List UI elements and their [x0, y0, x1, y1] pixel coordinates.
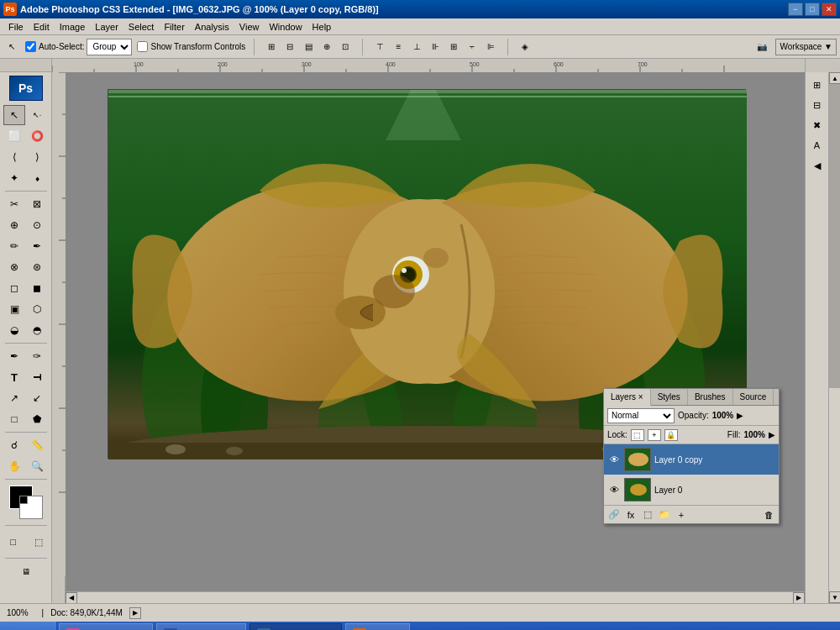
paint-bucket-btn[interactable]: ⬡ [26, 299, 48, 319]
workspace-button[interactable]: Workspace ▼ [775, 39, 837, 55]
pattern-btn[interactable]: ⊛ [26, 257, 48, 277]
zoom-btn[interactable]: 🔍 [26, 456, 48, 476]
auto-select-input[interactable] [25, 41, 36, 52]
vert-type-btn[interactable]: T [26, 367, 48, 387]
menu-edit[interactable]: Edit [29, 21, 55, 33]
layer-row-copy[interactable]: 👁 Layer 0 copy [604, 444, 779, 475]
tab-styles[interactable]: Styles [651, 389, 688, 405]
right-tool-1[interactable]: ⊞ [808, 76, 827, 94]
lock-pixels-btn[interactable]: ⬚ [631, 429, 644, 441]
add-mask-btn[interactable]: ⬚ [641, 508, 654, 522]
bg-eraser-btn[interactable]: ◼ [26, 278, 48, 298]
ruler-meas-btn[interactable]: 📏 [26, 435, 48, 455]
align-top-icon[interactable]: ⊤ [371, 39, 388, 55]
pen-btn[interactable]: ✒ [3, 346, 25, 366]
magic-wand-btn[interactable]: ✦ [3, 168, 25, 188]
right-tool-3[interactable]: ✖ [808, 116, 827, 134]
swap-colors-btn[interactable]: ↔ [19, 496, 28, 504]
layer-visibility-eye-copy[interactable]: 👁 [607, 453, 621, 466]
quick-mask-btn[interactable]: ⬚ [27, 530, 50, 554]
h-scroll-left-btn[interactable]: ◀ [66, 592, 77, 604]
h-scroll-right-btn[interactable]: ▶ [793, 592, 805, 604]
transform-icon-1[interactable]: ⊞ [263, 39, 280, 55]
right-tool-2[interactable]: ⊟ [808, 96, 827, 114]
status-scroll-btn[interactable]: ▶ [129, 607, 141, 619]
right-tool-5[interactable]: ◀ [808, 156, 827, 175]
hand-btn[interactable]: ✋ [3, 456, 25, 476]
custom-shape-btn[interactable]: ⬟ [26, 409, 48, 429]
eraser-btn[interactable]: ◻ [3, 278, 25, 298]
show-transform-input[interactable] [137, 41, 148, 52]
distribute-icon-2[interactable]: ⊞ [445, 39, 462, 55]
menu-file[interactable]: File [3, 21, 29, 33]
layer-row-0[interactable]: 👁 Layer 0 [604, 475, 779, 505]
delete-layer-btn[interactable]: 🗑 [762, 508, 775, 522]
blur-btn[interactable]: ◒ [3, 320, 25, 340]
new-group-btn[interactable]: 📁 [658, 508, 671, 522]
blend-mode-select[interactable]: Normal Multiply Screen [607, 408, 675, 423]
artboard-tool-btn[interactable]: ↖· [26, 105, 48, 125]
layer-visibility-eye-0[interactable]: 👁 [607, 483, 621, 496]
h-scroll-track[interactable] [77, 597, 793, 598]
lasso-btn[interactable]: ⟨ [3, 147, 25, 167]
add-style-btn[interactable]: fx [624, 508, 638, 522]
distribute-icon-1[interactable]: ⊪ [427, 39, 444, 55]
extra-icon[interactable]: ◈ [517, 39, 533, 55]
minimize-button[interactable]: − [788, 3, 803, 16]
freeform-pen-btn[interactable]: ✑ [26, 346, 48, 366]
slice-btn[interactable]: ⊠ [26, 194, 48, 214]
menu-filter[interactable]: Filter [159, 21, 189, 33]
menu-analysis[interactable]: Analysis [190, 21, 234, 33]
eyedropper-btn[interactable]: ☌ [3, 435, 25, 455]
tab-source[interactable]: Source [733, 389, 774, 405]
maximize-button[interactable]: □ [805, 3, 820, 16]
brush-btn[interactable]: ✏ [3, 236, 25, 256]
crop-btn[interactable]: ✂ [3, 194, 25, 214]
distribute-icon-4[interactable]: ⊫ [482, 39, 499, 55]
right-tool-4[interactable]: A [808, 136, 827, 155]
rect-shape-btn[interactable]: □ [3, 409, 25, 429]
taskbar-item-skype[interactable]: 🐱 КОШКА | Skyp... [59, 623, 153, 630]
lock-all-btn[interactable]: 🔒 [664, 429, 678, 441]
auto-select-dropdown[interactable]: Group Layer [87, 39, 132, 55]
transform-icon-2[interactable]: ⊟ [281, 39, 298, 55]
v-scroll-up-btn[interactable]: ▲ [829, 72, 840, 84]
start-button[interactable]: ⊞ пуск [0, 622, 57, 630]
fill-arrow[interactable]: ▶ [769, 430, 775, 439]
menu-window[interactable]: Window [264, 21, 307, 33]
v-scroll-track[interactable] [829, 84, 840, 591]
menu-help[interactable]: Help [307, 21, 337, 33]
menu-layer[interactable]: Layer [90, 21, 123, 33]
rect-marquee-btn[interactable]: ⬜ [3, 126, 25, 146]
v-scroll-down-btn[interactable]: ▼ [829, 591, 840, 603]
close-button[interactable]: ✕ [822, 3, 837, 16]
tab-brushes[interactable]: Brushes [688, 389, 733, 405]
dodge-btn[interactable]: ◓ [26, 320, 48, 340]
menu-image[interactable]: Image [55, 21, 91, 33]
path-select-btn[interactable]: ↗ [3, 388, 25, 408]
distribute-icon-3[interactable]: ⫟ [464, 39, 480, 55]
taskbar-item-photoshop[interactable]: Ps Adobe Photos... [249, 623, 341, 630]
menu-view[interactable]: View [234, 21, 265, 33]
taskbar-item-firefox[interactable]: 🦊 4 Firefox [345, 623, 410, 630]
pencil-btn[interactable]: ✒ [26, 236, 48, 256]
new-layer-btn[interactable]: + [675, 508, 688, 522]
clone-btn[interactable]: ⊗ [3, 257, 25, 277]
type-btn[interactable]: T [3, 367, 25, 387]
healing-btn[interactable]: ⊕ [3, 215, 25, 235]
align-middle-icon[interactable]: ≡ [390, 39, 407, 55]
taskbar-item-word[interactable]: W Microsoft Wor... [156, 623, 246, 630]
gradient-btn[interactable]: ▣ [3, 299, 25, 319]
transform-icon-3[interactable]: ▤ [300, 39, 317, 55]
lock-position-btn[interactable]: + [648, 429, 661, 441]
opacity-arrow[interactable]: ▶ [737, 411, 743, 420]
transform-icon-4[interactable]: ⊕ [318, 39, 335, 55]
move-tool-btn[interactable]: ↖ [3, 105, 25, 125]
transform-icon-5[interactable]: ⊡ [337, 39, 354, 55]
v-scroll-thumb[interactable] [829, 84, 840, 388]
workspace-camera-icon[interactable]: 📷 [753, 39, 770, 55]
patch-btn[interactable]: ⊙ [26, 215, 48, 235]
poly-lasso-btn[interactable]: ⟩ [26, 147, 48, 167]
tab-layers[interactable]: Layers × [604, 389, 651, 406]
menu-select[interactable]: Select [123, 21, 160, 33]
